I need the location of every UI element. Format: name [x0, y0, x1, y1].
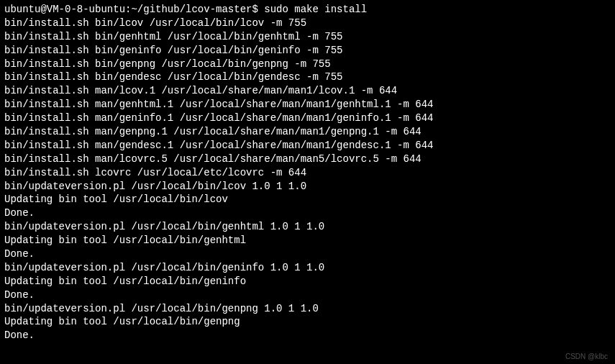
terminal-output: bin/install.sh bin/lcov /usr/local/bin/l…	[4, 17, 611, 342]
prompt-path: ~/github/lcov-master	[131, 4, 252, 15]
output-line: bin/updateversion.pl /usr/local/bin/lcov…	[4, 180, 611, 194]
output-line: Updating bin tool /usr/local/bin/lcov	[4, 193, 611, 206]
output-line: bin/install.sh man/lcovrc.5 /usr/local/s…	[4, 153, 611, 166]
output-line: bin/install.sh bin/geninfo /usr/local/bi…	[4, 44, 611, 58]
output-line: Done.	[4, 206, 611, 220]
command-text: sudo make install	[264, 4, 367, 15]
prompt-line: ubuntu@VM-0-8-ubuntu:~/github/lcov-maste…	[4, 3, 611, 17]
output-line: bin/updateversion.pl /usr/local/bin/genp…	[4, 302, 611, 316]
output-line: bin/install.sh bin/lcov /usr/local/bin/l…	[4, 17, 611, 30]
output-line: Done.	[4, 329, 611, 342]
output-line: bin/install.sh man/genpng.1 /usr/local/s…	[4, 125, 611, 139]
output-line: bin/install.sh lcovrc /usr/local/etc/lco…	[4, 166, 611, 180]
output-line: bin/install.sh bin/gendesc /usr/local/bi…	[4, 70, 611, 84]
output-line: bin/updateversion.pl /usr/local/bin/geni…	[4, 261, 611, 275]
watermark-text: CSDN @klbc	[565, 352, 608, 362]
output-line: bin/updateversion.pl /usr/local/bin/genh…	[4, 220, 611, 234]
prompt-user-host: ubuntu@VM-0-8-ubuntu	[4, 4, 125, 15]
output-line: Updating bin tool /usr/local/bin/geninfo	[4, 275, 611, 288]
output-line: Done.	[4, 247, 611, 261]
output-line: bin/install.sh man/geninfo.1 /usr/local/…	[4, 112, 611, 125]
output-line: bin/install.sh bin/genhtml /usr/local/bi…	[4, 30, 611, 44]
output-line: Updating bin tool /usr/local/bin/genhtml	[4, 234, 611, 247]
output-line: bin/install.sh man/lcov.1 /usr/local/sha…	[4, 84, 611, 98]
terminal-window[interactable]: ubuntu@VM-0-8-ubuntu:~/github/lcov-maste…	[4, 3, 611, 342]
output-line: bin/install.sh man/gendesc.1 /usr/local/…	[4, 139, 611, 153]
output-line: Done.	[4, 288, 611, 302]
prompt-symbol: $	[252, 4, 258, 15]
output-line: bin/install.sh bin/genpng /usr/local/bin…	[4, 58, 611, 71]
output-line: bin/install.sh man/genhtml.1 /usr/local/…	[4, 98, 611, 112]
output-line: Updating bin tool /usr/local/bin/genpng	[4, 315, 611, 329]
